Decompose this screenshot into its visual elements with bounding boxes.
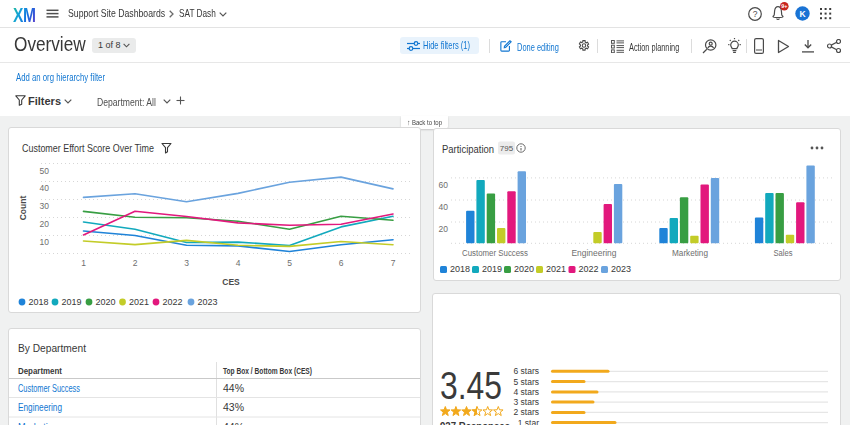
svg-text:44%: 44% (223, 382, 244, 394)
svg-text:By Department: By Department (18, 342, 87, 354)
svg-text:CES: CES (222, 277, 240, 287)
svg-text:3 stars: 3 stars (513, 397, 539, 407)
svg-text:6 stars: 6 stars (513, 366, 539, 376)
svg-text:Customer Success: Customer Success (18, 382, 80, 394)
svg-text:Customer Effort Score Over Tim: Customer Effort Score Over Time (22, 142, 154, 154)
svg-text:44%: 44% (223, 421, 244, 425)
svg-text:Department: Department (18, 366, 62, 376)
svg-text:Customer Success: Customer Success (462, 248, 528, 258)
svg-text:2022: 2022 (579, 264, 599, 274)
svg-text:Count: Count (18, 196, 28, 221)
svg-text:?: ? (753, 9, 758, 19)
svg-text:1: 1 (81, 258, 86, 268)
svg-text:2020: 2020 (96, 297, 116, 307)
svg-text:1 star: 1 star (518, 418, 539, 425)
svg-text:4: 4 (236, 258, 241, 268)
svg-text:10: 10 (40, 237, 50, 247)
svg-text:2018: 2018 (450, 264, 470, 274)
svg-text:Engineering: Engineering (18, 401, 62, 413)
svg-text:7: 7 (391, 258, 396, 268)
svg-text:9+: 9+ (781, 3, 787, 9)
svg-text:2020: 2020 (514, 264, 534, 274)
svg-text:43%: 43% (223, 401, 244, 413)
svg-text:Sales: Sales (774, 248, 793, 258)
svg-text:Top Box / Bottom Box (CES): Top Box / Bottom Box (CES) (223, 366, 312, 376)
svg-text:Participation: Participation (442, 143, 494, 155)
svg-text:2 stars: 2 stars (513, 407, 539, 417)
svg-text:2023: 2023 (611, 264, 631, 274)
svg-text:2: 2 (133, 258, 138, 268)
svg-text:4 stars: 4 stars (513, 387, 539, 397)
svg-text:20: 20 (439, 224, 449, 234)
svg-text:6: 6 (339, 258, 344, 268)
svg-text:5 stars: 5 stars (513, 377, 539, 387)
svg-text:3: 3 (184, 258, 189, 268)
svg-text:927 Responses: 927 Responses (440, 421, 510, 425)
svg-text:20: 20 (40, 219, 50, 229)
svg-text:30: 30 (40, 201, 50, 211)
svg-text:795: 795 (500, 144, 514, 153)
svg-text:2021: 2021 (129, 297, 149, 307)
svg-text:2018: 2018 (29, 297, 49, 307)
svg-text:3.45: 3.45 (440, 365, 502, 407)
svg-text:K: K (799, 9, 806, 19)
svg-text:60: 60 (439, 180, 449, 190)
svg-text:Marketing: Marketing (672, 248, 708, 258)
svg-text:2019: 2019 (482, 264, 502, 274)
svg-text:5: 5 (287, 258, 292, 268)
svg-text:2021: 2021 (546, 264, 566, 274)
svg-text:2019: 2019 (62, 297, 82, 307)
svg-text:Engineering: Engineering (572, 248, 617, 258)
svg-text:50: 50 (40, 166, 50, 176)
svg-text:40: 40 (40, 183, 50, 193)
svg-text:40: 40 (439, 202, 449, 212)
svg-text:2022: 2022 (163, 297, 183, 307)
svg-text:Marketing: Marketing (18, 421, 58, 425)
svg-text:2023: 2023 (198, 297, 218, 307)
